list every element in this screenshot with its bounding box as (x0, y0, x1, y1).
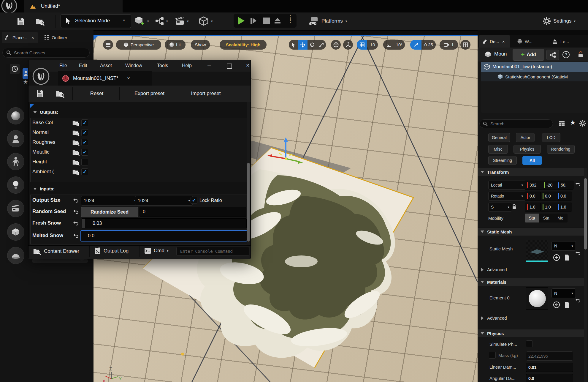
tool-scrollbar-thumb[interactable] (247, 163, 250, 241)
use-selected-material-icon[interactable] (552, 301, 561, 309)
blueprints-dropdown[interactable]: ▾ (155, 15, 174, 27)
stop-button[interactable] (263, 17, 270, 24)
export-preset-button[interactable]: Export preset (123, 87, 175, 100)
category-bust-icon[interactable] (7, 130, 24, 147)
tab-outliner[interactable]: Outliner (42, 32, 77, 43)
folder-search-icon[interactable] (72, 129, 80, 137)
lit-dropdown[interactable]: Lit (165, 40, 186, 50)
rotation-x-field[interactable]: 0.0 (525, 192, 541, 201)
slider-handle[interactable] (82, 219, 85, 228)
category-basic-icon[interactable] (7, 107, 24, 124)
close-icon[interactable]: × (31, 35, 34, 40)
details-settings-gear-icon[interactable] (579, 119, 587, 127)
reset-output-size-icon[interactable] (72, 197, 79, 204)
platforms-dropdown[interactable]: Platforms ▾ (309, 15, 353, 27)
move-tool-button[interactable] (298, 40, 308, 50)
mass-field[interactable]: 22.421995 (526, 351, 573, 361)
menu-file[interactable]: File (59, 63, 67, 68)
frame-skip-button[interactable] (249, 17, 258, 25)
output-checkbox[interactable]: ✓ (81, 119, 88, 126)
world-local-toggle[interactable] (331, 40, 341, 50)
menu-window[interactable]: Window (125, 63, 142, 68)
project-launcher-dropdown[interactable]: ▾ (198, 15, 218, 27)
reset-static-mesh-icon[interactable] (574, 250, 581, 257)
filter-misc[interactable]: Misc (488, 145, 508, 154)
tree-row-root[interactable]: Mountain001_low (Instance) (481, 62, 588, 72)
materials-advanced-toggle[interactable]: Advanced (481, 315, 507, 321)
filter-rendering[interactable]: Rendering (547, 145, 575, 154)
scale-z-field[interactable]: 1.0 (556, 203, 572, 211)
menu-edit[interactable]: Edit (79, 63, 87, 68)
mobility-stationary-button[interactable]: Sta (539, 214, 553, 222)
level-tab[interactable]: Untitled* (24, 0, 123, 13)
location-x-field[interactable]: 392 (525, 181, 543, 190)
folder-search-icon[interactable] (72, 139, 80, 146)
reset-location-icon[interactable] (574, 181, 581, 188)
random-seed-field[interactable]: 0 (140, 207, 246, 217)
filter-physics[interactable]: Physics (513, 145, 541, 154)
filter-all[interactable]: All (522, 156, 542, 165)
cinematics-dropdown[interactable]: ▾ (175, 15, 194, 27)
output-checkbox[interactable]: ✓ (81, 149, 88, 156)
folder-search-icon[interactable] (72, 149, 80, 156)
add-component-button[interactable]: + Add (513, 49, 544, 61)
viewport-layout-button[interactable] (460, 40, 470, 50)
static-mesh-asset-dropdown[interactable]: N▾ (551, 241, 576, 251)
outputs-header[interactable]: Outputs: (33, 110, 58, 115)
folder-search-icon[interactable] (72, 119, 80, 127)
tab-place-actors[interactable]: Place... × (2, 32, 38, 43)
tool-browse-button[interactable] (54, 88, 66, 99)
inputs-header[interactable]: Inputs: (33, 186, 55, 191)
eject-button[interactable] (273, 17, 282, 25)
category-cinematic-icon[interactable] (7, 200, 24, 217)
mobility-movable-button[interactable]: Mo (553, 214, 568, 222)
scale-y-field[interactable]: 1.0 (540, 203, 557, 211)
output-checkbox[interactable] (81, 159, 88, 165)
material-thumbnail[interactable] (526, 287, 548, 310)
tool-save-button[interactable] (34, 88, 46, 99)
scale-snap-toggle[interactable] (410, 40, 421, 50)
menu-tools[interactable]: Tools (157, 63, 168, 68)
close-icon[interactable]: × (502, 39, 505, 44)
select-tool-button[interactable] (289, 40, 298, 50)
import-preset-button[interactable]: Import preset (180, 87, 232, 100)
play-options-kebab-icon[interactable]: ⋮⋮ (288, 16, 293, 22)
filter-streaming[interactable]: Streaming (488, 156, 517, 165)
close-tab-icon[interactable]: × (127, 75, 130, 81)
filter-lod[interactable]: LOD (542, 133, 560, 142)
reset-material-icon[interactable] (574, 297, 581, 304)
lock-ratio-checkbox[interactable]: ✓ (191, 197, 197, 204)
category-character-icon[interactable] (7, 153, 24, 170)
filter-actor[interactable]: Actor (516, 133, 535, 142)
output-width-dropdown[interactable]: 1024▾ (81, 196, 139, 206)
surface-snap-button[interactable] (343, 40, 353, 50)
camera-speed-button[interactable]: 1 (440, 40, 458, 50)
use-selected-asset-icon[interactable] (552, 253, 561, 262)
mobility-static-button[interactable]: Sta (525, 214, 539, 222)
menu-asset[interactable]: Asset (100, 63, 112, 68)
category-shapes-icon[interactable] (7, 223, 24, 241)
display-mode-icon[interactable] (558, 119, 566, 128)
scalability-badge[interactable]: Scalability: High (220, 40, 267, 50)
selection-mode-dropdown[interactable]: Selection Mode ▾ (61, 14, 131, 28)
randomize-seed-button[interactable]: Randomize Seed (81, 207, 138, 217)
content-drawer-button[interactable]: Content Drawer (33, 247, 79, 255)
simulate-physics-checkbox[interactable] (526, 340, 533, 347)
reset-fresh-snow-icon[interactable] (72, 220, 79, 227)
search-classes-input[interactable]: Search Classes (2, 48, 90, 58)
minimize-icon[interactable]: – (207, 61, 211, 68)
browse-to-asset-icon[interactable] (563, 253, 571, 262)
output-checkbox[interactable]: ✓ (81, 129, 88, 136)
angle-snap-toggle[interactable] (383, 40, 394, 50)
angular-damping-field[interactable]: 0.0 (526, 374, 573, 382)
scale-snap-value[interactable]: 0.25 (421, 40, 436, 50)
tree-row-component[interactable]: StaticMeshComponent (StaticM (481, 72, 588, 81)
static-mesh-thumbnail[interactable] (526, 240, 548, 262)
folder-search-icon[interactable] (72, 168, 80, 176)
grid-snap-value[interactable]: 10 (367, 40, 378, 50)
rotation-dropdown[interactable]: Rotatio▾ (488, 192, 526, 201)
close-window-icon[interactable]: × (246, 62, 250, 69)
category-lights-icon[interactable] (7, 176, 24, 194)
static-mesh-section-header[interactable]: Static Mesh (478, 228, 584, 236)
cmd-dropdown[interactable]: Cmd ▾ (144, 247, 168, 254)
